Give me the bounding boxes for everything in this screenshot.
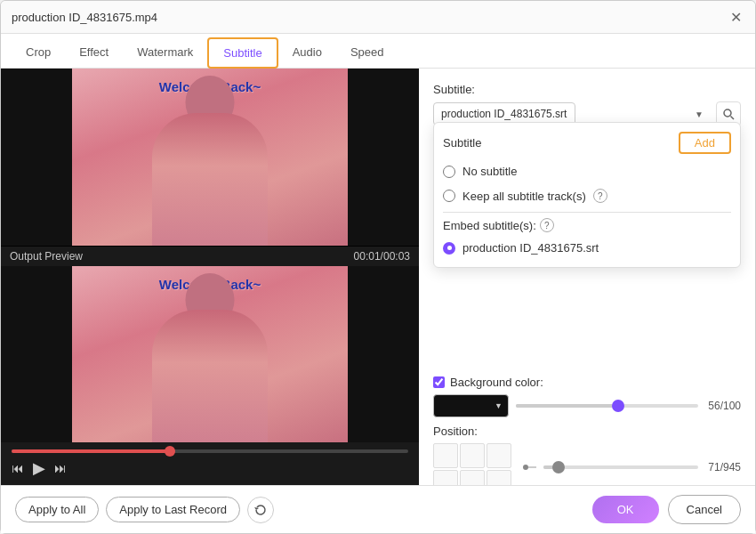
bg-color-selector[interactable]: ▼ (433, 394, 509, 417)
bg-opacity-fill (516, 404, 618, 408)
keep-all-row: Keep all subtitle track(s) ? (443, 187, 731, 205)
black-bar-right (348, 69, 419, 246)
subtitle-dropdown: Subtitle Add No subtitle Keep all subtit… (433, 122, 741, 268)
refresh-button[interactable] (247, 497, 274, 523)
progress-thumb (165, 446, 175, 457)
position-slider-row: 71/945 (522, 461, 741, 473)
pos-cell-top-left[interactable] (433, 443, 458, 468)
bottom-bar: Apply to All Apply to Last Record OK Can… (1, 485, 755, 533)
tab-effect[interactable]: Effect (65, 38, 123, 68)
black-bar-left (1, 69, 72, 246)
action-group: OK Cancel (592, 495, 741, 524)
svg-point-0 (724, 109, 731, 117)
close-button[interactable]: ✕ (727, 8, 744, 26)
input-video: Welcome Back~ (1, 69, 419, 247)
background-color-row: Background color: (433, 376, 741, 389)
position-thumb (552, 461, 565, 473)
search-icon (722, 108, 735, 120)
keep-all-label[interactable]: Keep all subtitle track(s) (462, 190, 586, 203)
apply-to-last-record-button[interactable]: Apply to Last Record (106, 497, 240, 522)
main-window: production ID_4831675.mp4 ✕ Crop Effect … (0, 0, 756, 534)
background-color-checkbox[interactable] (433, 376, 445, 388)
playback-bar: ⏮ ▶ ⏭ (1, 442, 419, 485)
step-back-button[interactable]: ⏮ (12, 461, 24, 475)
subtitle-section-label: Subtitle: (433, 83, 741, 96)
pos-cell-top-center[interactable] (460, 443, 485, 468)
time-label: 00:01/00:03 (354, 250, 410, 263)
no-subtitle-row: No subtitle (443, 163, 731, 180)
input-video-frame: Welcome Back~ (1, 69, 419, 246)
apply-group: Apply to All Apply to Last Record (15, 497, 274, 523)
out-video-content: Welcome Back~ (72, 266, 348, 443)
bg-opacity-slider[interactable] (516, 404, 698, 408)
bg-slider-row: ▼ 56/100 (433, 394, 741, 417)
progress-bar[interactable] (12, 449, 408, 453)
tab-subtitle[interactable]: Subtitle (207, 37, 277, 69)
embed-file-row: production ID_4831675.srt (443, 238, 731, 258)
out-black-bar-right (348, 266, 419, 443)
content-area: Welcome Back~ Output Preview 00:01/00:03 (1, 69, 755, 485)
pos-cell-mid-left[interactable] (433, 470, 458, 485)
bg-opacity-thumb (612, 400, 624, 412)
background-color-label[interactable]: Background color: (450, 376, 543, 389)
title-bar: production ID_4831675.mp4 ✕ (1, 1, 755, 34)
svg-point-2 (523, 465, 528, 470)
output-video: Welcome Back~ (1, 266, 419, 443)
embed-file-name: production ID_4831675.srt (462, 241, 599, 255)
refresh-icon (254, 504, 267, 516)
output-preview-bar: Output Preview 00:01/00:03 (1, 247, 419, 266)
position-slider-area: 71/945 (522, 443, 741, 473)
position-label: Position: (433, 425, 741, 438)
section-after-dropdown: Background color: ▼ 56/100 Position: (433, 376, 741, 485)
position-slider[interactable] (543, 465, 698, 469)
position-slider-icon (522, 463, 536, 472)
position-grid: ↓ (433, 443, 511, 485)
pos-cell-mid-right[interactable] (487, 470, 511, 485)
select-arrow-icon: ▼ (695, 109, 704, 119)
keep-all-radio[interactable] (443, 190, 455, 202)
dropdown-header: Subtitle Add (443, 132, 731, 154)
left-panel: Welcome Back~ Output Preview 00:01/00:03 (1, 69, 419, 485)
video-content: Welcome Back~ (72, 69, 348, 246)
dropdown-divider (443, 212, 731, 213)
apply-to-all-button[interactable]: Apply to All (15, 497, 99, 522)
keep-all-help-icon[interactable]: ? (593, 189, 607, 203)
tab-crop[interactable]: Crop (12, 38, 65, 68)
controls-row: ⏮ ▶ ⏭ (12, 458, 408, 478)
tab-audio[interactable]: Audio (278, 38, 336, 68)
output-video-frame: Welcome Back~ (1, 266, 419, 443)
person-body (152, 113, 268, 246)
window-title: production ID_4831675.mp4 (12, 11, 157, 24)
no-subtitle-radio[interactable] (443, 166, 455, 178)
embed-section: Embed subtitle(s): ? production ID_48316… (443, 218, 731, 258)
embed-help-icon[interactable]: ? (540, 218, 554, 232)
progress-fill (12, 449, 170, 453)
embed-label: Embed subtitle(s): ? (443, 218, 731, 232)
cancel-button[interactable]: Cancel (668, 495, 741, 524)
pos-cell-mid-center[interactable] (460, 470, 485, 485)
out-person-body (152, 310, 268, 442)
tab-watermark[interactable]: Watermark (123, 38, 207, 68)
tab-bar: Crop Effect Watermark Subtitle Audio Spe… (1, 34, 755, 69)
step-forward-button[interactable]: ⏭ (54, 461, 67, 475)
play-button[interactable]: ▶ (33, 458, 45, 478)
svg-line-1 (731, 117, 735, 120)
output-preview-label: Output Preview (10, 250, 83, 263)
embed-radio-selected[interactable] (443, 242, 455, 255)
position-slider-value: 71/945 (705, 461, 741, 473)
position-area: ↓ (433, 443, 741, 485)
ok-button[interactable]: OK (592, 496, 659, 523)
tab-speed[interactable]: Speed (336, 38, 398, 68)
right-panel: Subtitle: production ID_4831675.srt ▼ (419, 69, 755, 485)
dropdown-title: Subtitle (443, 136, 481, 150)
embed-radio-inner (447, 246, 452, 250)
pos-cell-top-right[interactable] (487, 443, 511, 468)
bg-slider-value: 56/100 (705, 400, 741, 412)
add-subtitle-button[interactable]: Add (679, 132, 731, 154)
no-subtitle-label[interactable]: No subtitle (462, 165, 517, 178)
bg-color-arrow-icon: ▼ (495, 401, 503, 410)
out-black-bar-left (1, 266, 72, 443)
